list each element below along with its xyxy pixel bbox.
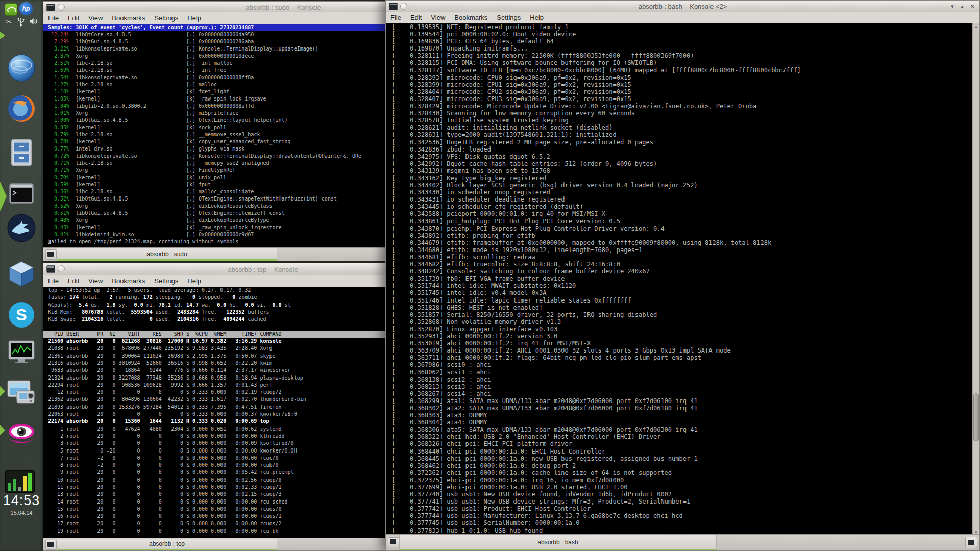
menu-help[interactable]: Help	[183, 277, 206, 285]
menu-edit[interactable]: Edit	[406, 14, 426, 21]
terminal-line: [ 0.352870] Linux agpgart interface v0.1…	[386, 325, 979, 333]
menu-bookmarks[interactable]: Bookmarks	[450, 14, 492, 21]
konsole-icon[interactable]	[7, 179, 36, 208]
suse-menu-icon[interactable]	[5, 3, 17, 16]
terminal-line: [ 0.328578] Initialise system trusted ke…	[386, 117, 979, 124]
menu-help[interactable]: Help	[183, 14, 206, 22]
eye-viewer-icon[interactable]	[7, 417, 36, 447]
tab-list-button[interactable]	[965, 537, 977, 548]
terminal-line: [ 0.368440] ehci-pci 0000:00:1a.0: EHCI …	[386, 448, 979, 455]
window-menu-button[interactable]	[58, 265, 65, 272]
menu-view[interactable]: View	[426, 14, 450, 21]
scissors-icon[interactable]: ✂	[4, 17, 13, 27]
konsole-window-icon	[46, 4, 55, 11]
new-tab-button[interactable]	[45, 249, 57, 260]
active-app-arrow-icon[interactable]	[0, 182, 7, 211]
terminal-line: [ 0.328111] Freeing initrd memory: 22500…	[386, 52, 979, 59]
close-button[interactable]: ✕	[968, 2, 977, 11]
terminal-line: [ 0.328399] microcode: CPU1 sig=0x306a9,…	[386, 81, 979, 88]
terminal-line: [ 0.367986] scsi0 : ahci	[386, 361, 979, 368]
terminal-line: [ 0.368213] scsi3 : ahci	[386, 383, 979, 390]
panel-date[interactable]: 15.04.14	[0, 510, 43, 516]
terminal-line: [ 0.342975] VFS: Disk quotas dquot_6.5.2	[386, 153, 979, 160]
terminal-line: [ 0.328404] microcode: CPU2 sig=0x306a9,…	[386, 88, 979, 95]
new-tab-button[interactable]	[45, 540, 57, 550]
menu-settings[interactable]: Settings	[150, 277, 183, 285]
terminal-line: [ 0.377740] usb usb1: New USB device fou…	[386, 491, 979, 498]
terminal-tab-icon	[390, 539, 396, 544]
dolphin-icon[interactable]	[7, 213, 36, 243]
system-monitor-icon[interactable]	[7, 337, 36, 366]
terminal-line: [ 0.363709] ahci 0000:00:1f.2: AHCI 0001…	[386, 347, 979, 354]
panel-arrow-icon[interactable]	[0, 32, 5, 39]
terminal-line: [ 0.351857] Serial: 8250/16550 driver, 3…	[386, 311, 979, 318]
new-tab-button[interactable]	[388, 537, 399, 547]
window-menu-button[interactable]	[58, 4, 65, 11]
menu-view[interactable]: View	[84, 14, 107, 22]
terminal-line: [ 0.368462] ehci-pci 0000:00:1a.0: debug…	[386, 462, 979, 469]
menu-edit[interactable]: Edit	[63, 14, 84, 22]
terminal-line: [ 0.368322] ehci_hcd: USB 2.0 'Enhanced'…	[386, 433, 979, 440]
scrollbar[interactable]: ▲ ▼	[972, 23, 979, 536]
terminal-line: [ 0.368138] scsi2 : ahci	[386, 376, 979, 383]
terminal-line: [ 0.377833] hub 1-0:1.0: USB hub found	[386, 527, 979, 534]
meter-bar	[13, 479, 16, 491]
terminal-line: [ 0.368299] ata1: SATA max UDMA/133 abar…	[386, 397, 979, 405]
terminal-line: [ 0.343162] Key type big_key registered	[386, 174, 979, 182]
scroll-up-icon[interactable]: ▲	[973, 23, 979, 30]
terminal-line: [ 0.377742] usb usb1: Product: EHCI Host…	[386, 505, 979, 512]
menu-settings[interactable]: Settings	[492, 14, 525, 21]
meter-bar	[8, 483, 11, 491]
globe-browser-icon[interactable]	[7, 53, 36, 83]
maximize-button[interactable]: ▴	[958, 2, 967, 11]
terminal-line: [ 0.351828] GHES: HEST is not enabled!	[386, 304, 979, 311]
terminal-line: [ 0.372375] ehci-pci 0000:00:1a.0: irq 1…	[386, 477, 979, 484]
terminal-line: [ 0.328631] type=2000 audit(1397548601.3…	[386, 131, 979, 138]
terminal-line: [ 0.328115] PCI-DMA: Using software boun…	[386, 59, 979, 66]
minimize-button[interactable]: ▾	[948, 2, 957, 11]
monitor-camera-icon[interactable]	[7, 379, 36, 408]
terminal-line: [ 0.328621] audit: initializing netlink …	[386, 124, 979, 131]
menu-file[interactable]: File	[386, 14, 406, 21]
terminal-line: [ 0.342836] zbud: loaded	[386, 146, 979, 153]
titlebar-bash[interactable]: absorbb : bash – Konsole <2> ▾ ▴ ✕	[386, 1, 979, 12]
vm-cube-icon[interactable]	[7, 259, 36, 289]
meter-bar	[23, 476, 27, 491]
terminal-line: [ 0.342992] Dquot-cache hash table entri…	[386, 160, 979, 167]
firefox-icon[interactable]	[7, 94, 36, 123]
dmesg-terminal-output[interactable]: [ 0.139535] NET: Registered protocol fam…	[386, 23, 979, 536]
menu-bookmarks[interactable]: Bookmarks	[107, 14, 150, 22]
menubar-bash: File Edit View Bookmarks Settings Help	[386, 12, 979, 24]
tab-top[interactable]: absorbb : top	[57, 539, 277, 550]
tab-label: absorbb : bash	[537, 539, 578, 546]
panel-arrow-icon[interactable]	[0, 425, 5, 435]
terminal-tab-icon	[968, 540, 974, 545]
tab-label: absorbb : sudo	[146, 251, 187, 258]
speaker-icon[interactable]	[29, 17, 38, 27]
menu-help[interactable]: Help	[525, 14, 548, 21]
terminal-line: [ 0.139544] pci 0000:00:02.0: Boot video…	[386, 31, 979, 38]
tab-bash[interactable]: absorbb : bash	[399, 535, 717, 550]
menu-file[interactable]: File	[43, 277, 63, 285]
skype-icon[interactable]: S	[7, 300, 36, 330]
panel-clock[interactable]: 14:53	[0, 493, 43, 509]
usb-icon[interactable]	[16, 17, 26, 27]
terminal-line: [ 0.368062] scsi1 : ahci	[386, 369, 979, 376]
terminal-line: [ 0.169836] PCI: CLS 64 bytes, default 6…	[386, 38, 979, 45]
menu-edit[interactable]: Edit	[63, 277, 84, 285]
terminal-line: [ 0.377744] usb usb1: Manufacturer: Linu…	[386, 512, 979, 519]
menu-settings[interactable]: Settings	[150, 14, 183, 22]
panel-arrow-icon[interactable]	[0, 386, 5, 396]
menu-file[interactable]: File	[43, 14, 63, 22]
konsole-window-icon	[389, 3, 398, 10]
desktop-panel: hp ✂ S 14:53 15.04.14	[0, 0, 43, 551]
menu-view[interactable]: View	[84, 277, 107, 285]
tab-sudo[interactable]: absorbb : sudo	[57, 248, 277, 261]
menu-bookmarks[interactable]: Bookmarks	[107, 277, 150, 285]
terminal-line: [ 0.344682] efifb: Truecolor: size=8:8:8…	[386, 261, 979, 268]
load-meter-widget	[5, 470, 35, 493]
terminal-line: [ 0.343139] msgmni has been set to 15768	[386, 167, 979, 174]
file-cabinet-icon[interactable]	[7, 138, 36, 167]
scrollbar-thumb[interactable]	[973, 393, 979, 441]
window-menu-button[interactable]	[400, 3, 407, 10]
